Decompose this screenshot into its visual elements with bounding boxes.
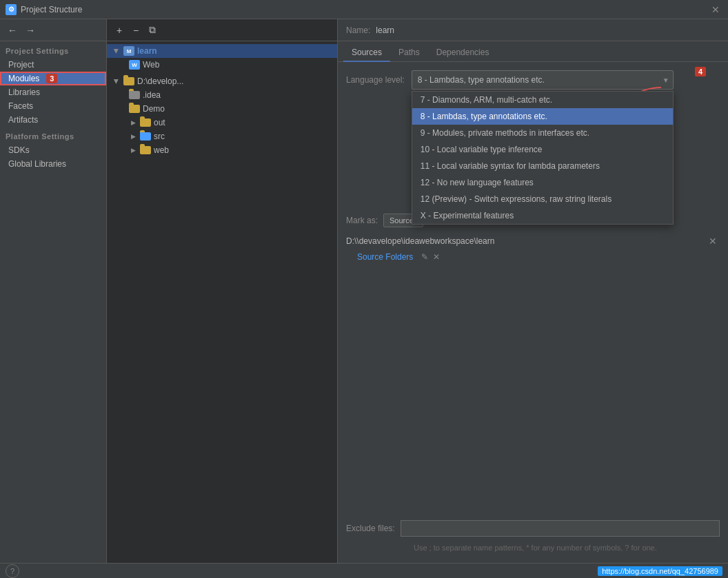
tree-arrow-src: ▶ (129, 132, 137, 141)
tree-item-src[interactable]: ▶ src (107, 130, 337, 143)
module-tree-content: ▶ M learn W Web ▶ D:\develop... .idea (107, 41, 337, 578)
tab-paths[interactable]: Paths (390, 44, 428, 62)
tree-item-out-label: out (154, 118, 165, 127)
modules-item-wrapper: Modules 3 (0, 72, 106, 85)
status-bar: ? https://blog.csdn.net/qq_42756989 (338, 563, 728, 578)
folder-icon-web2 (140, 146, 151, 154)
tree-item-web2[interactable]: ▶ web (107, 143, 337, 157)
sidebar-item-libraries[interactable]: Libraries (0, 85, 106, 99)
source-folder-edit-button[interactable]: ✎ (421, 252, 428, 262)
badge-4: 4 (695, 67, 706, 76)
content-root-header: D:\\devavelope\ideawebworkspace\learn ✕ (346, 236, 720, 247)
folder-icon-demo (129, 105, 140, 113)
tree-arrow-web2: ▶ (129, 146, 137, 154)
folder-icon-idea (129, 91, 140, 99)
tree-arrow-develope: ▶ (112, 77, 121, 85)
platform-settings-label: Platform Settings (0, 127, 106, 143)
exclude-files-input[interactable] (401, 520, 720, 537)
name-bar: Name: learn (338, 19, 728, 41)
content-area: Language level: 8 - Lambdas, type annota… (338, 62, 728, 578)
right-panel: Name: learn Sources Paths Dependencies L… (338, 19, 728, 578)
language-level-dropdown-menu: 7 - Diamonds, ARM, multi-catch etc. 8 - … (412, 91, 674, 225)
tree-item-web2-label: web (154, 145, 169, 155)
folder-icon-out (140, 118, 151, 127)
sidebar-item-artifacts[interactable]: Artifacts (0, 113, 106, 127)
facets-label: Facets (8, 101, 33, 111)
app-icon: ⚙ (6, 4, 17, 15)
sdks-label: SDKs (8, 145, 30, 155)
dropdown-item-9[interactable]: 9 - Modules, private methods in interfac… (412, 125, 673, 141)
sidebar-item-modules[interactable]: Modules 3 (0, 72, 106, 85)
tree-item-web-label: Web (143, 60, 159, 70)
source-folders-label: Source Folders (357, 252, 413, 262)
dropdown-item-x[interactable]: X - Experimental features (412, 207, 673, 224)
tree-item-idea[interactable]: .idea (107, 88, 337, 102)
sidebar-item-facets[interactable]: Facets (0, 99, 106, 113)
tree-arrow-out: ▶ (129, 118, 137, 127)
tree-item-learn-label: learn (137, 46, 157, 56)
copy-module-button[interactable]: ⧉ (145, 23, 159, 37)
web-icon: W (129, 60, 140, 70)
tree-item-out[interactable]: ▶ out (107, 116, 337, 130)
content-root-path: avelope\ideawebworkspace\learn (372, 236, 494, 246)
sidebar-toolbar: ← → (0, 19, 106, 41)
source-folders-section: Source Folders ✎ ✕ (346, 252, 720, 262)
libraries-label: Libraries (8, 87, 40, 97)
close-button[interactable]: ✕ (709, 3, 722, 17)
tree-item-demo[interactable]: Demo (107, 102, 337, 116)
tree-item-develope-label: D:\develop... (137, 76, 183, 86)
content-root-section: D:\\devavelope\ideawebworkspace\learn ✕ … (346, 236, 720, 262)
content-root-path-label: D:\\devavelope\ideawebworkspace\learn (346, 236, 494, 246)
remove-module-button[interactable]: − (129, 23, 143, 37)
status-link[interactable]: https://blog.csdn.net/qq_42756989 (598, 566, 722, 576)
exclude-files-hint: Use ; to separate name patterns, * for a… (414, 544, 657, 552)
language-level-row: Language level: 8 - Lambdas, type annota… (346, 70, 720, 90)
name-label: Name: (346, 25, 370, 35)
tree-item-demo-label: Demo (143, 104, 165, 114)
dropdown-item-12-preview[interactable]: 12 (Preview) - Switch expressions, raw s… (412, 191, 673, 207)
tree-item-web[interactable]: W Web (107, 58, 337, 72)
dropdown-item-10[interactable]: 10 - Local variable type inference (412, 141, 673, 158)
tab-sources[interactable]: Sources (343, 44, 390, 62)
title-bar: ⚙ Project Structure ✕ (0, 0, 728, 19)
mark-as-label: Mark as: (346, 216, 378, 225)
tree-item-src-label: src (154, 132, 165, 141)
source-folder-remove-button[interactable]: ✕ (433, 252, 440, 262)
module-tree: + − ⧉ ▶ M learn W Web ▶ D:\develop... (107, 19, 338, 578)
name-value: learn (376, 25, 394, 35)
dropdown-item-8[interactable]: 8 - Lambdas, type annotations etc. (412, 108, 673, 125)
nav-back-button[interactable]: ← (6, 23, 19, 37)
dropdown-item-12-no[interactable]: 12 - No new language features (412, 174, 673, 191)
global-libraries-label: Global Libraries (8, 159, 66, 169)
exclude-files-row: Exclude files: (346, 520, 720, 537)
modules-label: Modules (8, 74, 39, 83)
tree-arrow-learn: ▶ (112, 47, 121, 55)
dropdown-item-11[interactable]: 11 - Local variable syntax for lambda pa… (412, 158, 673, 174)
dropdown-item-7[interactable]: 7 - Diamonds, ARM, multi-catch etc. (412, 92, 673, 108)
folder-icon-src (140, 132, 151, 141)
folder-icon-develope (123, 77, 134, 85)
content-root-remove-button[interactable]: ✕ (709, 236, 717, 247)
sidebar-item-sdks[interactable]: SDKs (0, 143, 106, 157)
tree-item-idea-label: .idea (143, 90, 161, 100)
sidebar-item-global-libraries[interactable]: Global Libraries (0, 157, 106, 171)
tab-dependencies[interactable]: Dependencies (428, 44, 498, 62)
module-tree-toolbar: + − ⧉ (107, 19, 337, 41)
tree-item-develope[interactable]: ▶ D:\develop... (107, 74, 337, 88)
window-title: Project Structure (21, 5, 82, 14)
project-label: Project (8, 60, 34, 70)
sidebar-item-project[interactable]: Project (0, 58, 106, 72)
content-root-prefix: D:\\dev (346, 236, 372, 246)
artifacts-label: Artifacts (8, 115, 38, 125)
project-settings-label: Project Settings (0, 41, 106, 58)
module-icon: M (123, 46, 134, 56)
exclude-files-label: Exclude files: (346, 524, 395, 533)
main-container: ← → Project Settings Project Modules 3 L… (0, 19, 728, 578)
language-level-label: Language level: (346, 75, 405, 85)
add-module-button[interactable]: + (112, 23, 126, 37)
tree-item-learn[interactable]: ▶ M learn (107, 44, 337, 58)
badge-3: 3 (46, 74, 57, 83)
nav-forward-button[interactable]: → (23, 23, 37, 37)
tabs-bar: Sources Paths Dependencies (338, 41, 728, 62)
sidebar: ← → Project Settings Project Modules 3 L… (0, 19, 107, 578)
